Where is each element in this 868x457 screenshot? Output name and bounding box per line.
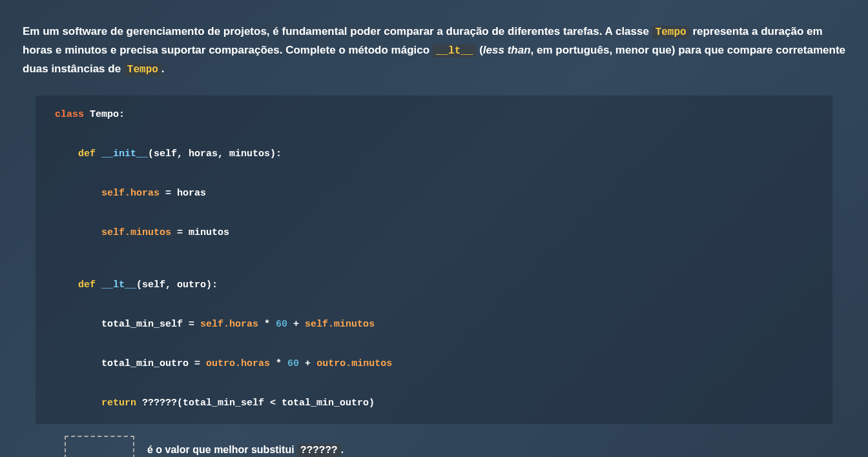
answer-label: é o valor que melhor substitui ??????.: [147, 444, 344, 456]
calc1-plus: +: [287, 319, 305, 330]
answer-drop-zone[interactable]: [65, 436, 134, 457]
answer-label-part2: .: [341, 444, 344, 455]
calc2-outromin: outro.minutos: [316, 358, 392, 369]
calc1-mult: *: [258, 319, 276, 330]
code-line-calc2: total_min_outro = outro.horas * 60 + out…: [55, 356, 813, 372]
calc2-60: 60: [287, 358, 299, 369]
code-line-calc1: total_min_self = self.horas * 60 + self.…: [55, 317, 813, 332]
answer-placeholder-code: ??????: [297, 444, 341, 457]
code-line-class: class Tempo:: [55, 107, 813, 123]
self-minutos: self.minutos: [101, 227, 171, 238]
question-part3: (: [476, 44, 482, 56]
calc2-var: total_min_outro =: [101, 358, 206, 369]
question-text: Em um software de gerenciamento de proje…: [23, 23, 845, 79]
question-code-lt: __lt__: [433, 45, 477, 57]
code-line-assign-horas: self.horas = horas: [55, 186, 813, 201]
lt-params: (self, outro): [136, 279, 212, 290]
self-horas: self.horas: [101, 188, 160, 199]
calc1-selfhoras: self.horas: [200, 319, 258, 330]
method-lt: __lt__: [96, 279, 136, 290]
question-code-tempo: Tempo: [652, 26, 690, 39]
question-part5: .: [161, 63, 165, 75]
minutos-var: minutos: [189, 227, 229, 238]
code-line-lt: def __lt__(self, outro):: [55, 278, 813, 293]
keyword-class: class: [55, 109, 84, 120]
assign-op: =: [160, 188, 177, 199]
horas-var: horas: [177, 188, 206, 199]
colon: :: [212, 279, 218, 290]
init-params: (self, horas, minutos): [148, 148, 276, 159]
code-line-return: return ??????(total_min_self < total_min…: [55, 396, 813, 411]
question-part1: Em um software de gerenciamento de proje…: [23, 25, 652, 37]
answer-label-part1: é o valor que melhor substitui: [147, 444, 297, 455]
calc2-mult: *: [270, 358, 287, 369]
keyword-return: return: [101, 398, 136, 409]
keyword-def: def: [78, 279, 96, 290]
class-name: Tempo: [84, 109, 119, 120]
method-init: __init__: [96, 148, 148, 159]
code-block: class Tempo: def __init__(self, horas, m…: [36, 96, 832, 424]
return-expr: ??????(total_min_self < total_min_outro): [136, 398, 375, 409]
question-code-tempo2: Tempo: [124, 63, 161, 76]
answer-row: é o valor que melhor substitui ??????.: [65, 436, 845, 457]
calc1-var: total_min_self =: [101, 319, 200, 330]
calc1-60: 60: [276, 319, 287, 330]
calc1-selfmin: self.minutos: [305, 319, 375, 330]
calc2-outrohoras: outro.horas: [206, 358, 270, 369]
colon: :: [276, 148, 282, 159]
question-italic: less than: [483, 44, 531, 56]
keyword-def: def: [78, 148, 96, 159]
code-line-assign-minutos: self.minutos = minutos: [55, 225, 813, 241]
assign-op: =: [171, 227, 189, 238]
code-line-init: def __init__(self, horas, minutos):: [55, 147, 813, 162]
colon: :: [119, 109, 125, 120]
calc2-plus: +: [299, 358, 316, 369]
